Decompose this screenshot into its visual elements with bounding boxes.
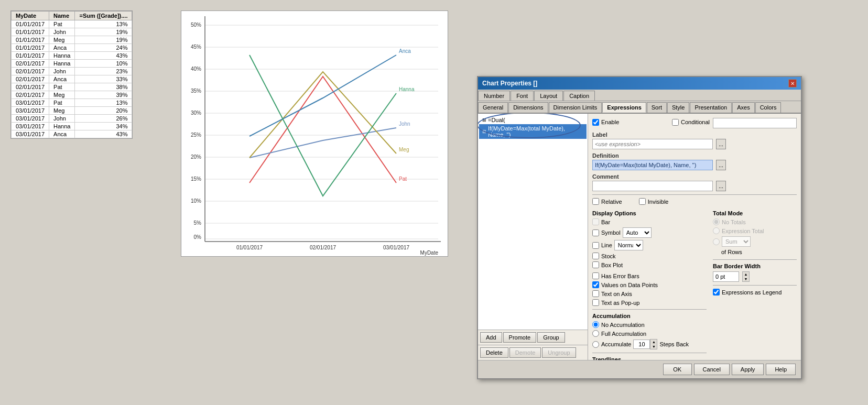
expression-total-radio[interactable] [713,227,720,234]
definition-input[interactable] [592,160,713,170]
steps-input[interactable] [633,340,650,349]
text-as-popup-checkbox[interactable] [592,299,599,306]
full-accumulation-radio[interactable] [592,330,599,337]
promote-button[interactable]: Promote [503,332,537,343]
cancel-button[interactable]: Cancel [694,364,730,375]
ungroup-button[interactable]: Ungroup [542,347,576,358]
symbol-select[interactable]: Auto [623,227,652,238]
demote-button[interactable]: Demote [509,347,541,358]
table-cell: 34% [75,123,132,130]
table-row: 03/01/2017Meg20% [12,107,132,115]
conditional-checkbox[interactable] [672,119,679,126]
table-row: 03/01/2017Anca43% [12,130,132,138]
enable-checkbox-row: Enable [592,119,619,126]
definition-btn[interactable]: ... [716,160,726,170]
comment-input[interactable] [592,181,713,191]
table-cell: 02/01/2017 [12,91,49,99]
tab-presentation[interactable]: Presentation [690,102,732,113]
text-as-popup-label: Text as Pop-up [601,300,639,306]
stock-label: Stock [601,253,616,259]
table-cell: 20% [75,107,132,115]
comment-btn[interactable]: ... [716,181,726,191]
svg-text:35%: 35% [191,88,201,94]
bar-border-width-title: Bar Border Width [713,263,797,269]
bar-border-down[interactable]: ▼ [743,277,749,281]
bar-checkbox-row: Bar [592,218,652,225]
line-select[interactable]: Normal [614,240,643,250]
text-on-axis-checkbox[interactable] [592,290,599,297]
error-bars-checkbox[interactable] [592,272,599,279]
expression-item-dual[interactable]: ⊞ =Dual( [479,116,587,124]
stock-checkbox[interactable] [592,253,599,259]
tab-caption[interactable]: Caption [563,91,595,101]
expressions-as-legend-checkbox[interactable] [713,289,720,295]
table-cell: Meg [49,107,75,115]
bar-border-width-input[interactable] [713,271,739,282]
bar-border-up[interactable]: ▲ [743,272,749,277]
delete-button[interactable]: Delete [480,347,508,358]
label-btn[interactable]: ... [716,139,726,149]
tab-axes[interactable]: Axes [732,102,754,113]
tab-font[interactable]: Font [511,91,534,101]
svg-text:Meg: Meg [399,147,409,152]
sum-select[interactable]: Sum [722,236,751,247]
box-plot-checkbox[interactable] [592,261,599,268]
help-button[interactable]: Help [766,364,796,375]
tab-style[interactable]: Style [667,102,689,113]
tab-dimension-limits[interactable]: Dimension Limits [549,102,602,113]
tab-colors[interactable]: Colors [755,102,782,113]
table-header: MyDate [12,12,49,20]
tab-dimensions[interactable]: Dimensions [508,102,548,113]
label-input[interactable] [592,139,713,149]
bar-border-arrows: ▲ ▼ [742,271,750,282]
group-button[interactable]: Group [537,332,565,343]
error-bars-label: Has Error Bars [601,273,639,279]
line-checkbox[interactable] [592,242,599,249]
enable-checkbox[interactable] [592,119,599,126]
table-cell: Pat [49,99,75,107]
invisible-checkbox[interactable] [639,198,646,205]
footer-buttons: OK Cancel Apply Help [663,364,796,375]
expand-icon-2: ⊞ [482,129,486,134]
bar-checkbox[interactable] [592,218,599,225]
expression-label-ifmydate: If(MyDate=Max(total MyDate), Name, '') [488,125,583,138]
table-cell: 39% [75,91,132,99]
tab-layout[interactable]: Layout [534,91,563,101]
no-accumulation-radio[interactable] [592,321,599,328]
of-rows-label: of Rows [721,249,797,255]
relative-checkbox[interactable] [592,198,599,205]
svg-text:40%: 40% [191,66,201,72]
tabs-row-2: General Dimensions Dimension Limits Expr… [478,101,801,114]
display-col-1: Bar Symbol Auto Line [592,218,652,270]
tabs-row-1: Number Font Layout Caption [478,90,801,101]
no-totals-row: No Totals [713,218,797,225]
symbol-checkbox[interactable] [592,229,599,236]
accumulate-radio[interactable] [592,341,599,348]
values-on-data-points-checkbox[interactable] [592,281,599,288]
table-cell: Meg [49,36,75,44]
apply-button[interactable]: Apply [732,364,764,375]
conditional-input[interactable] [713,118,797,128]
svg-text:30%: 30% [191,110,201,116]
expression-item-ifmydate[interactable]: ⊞ If(MyDate=Max(total MyDate), Name, '') [479,124,587,139]
invisible-checkbox-row: Invisible [639,198,669,205]
steps-down-button[interactable]: ▼ [650,344,657,349]
ok-button[interactable]: OK [663,364,692,375]
table-row: 02/01/2017Anca33% [12,75,132,83]
tab-general[interactable]: General [478,102,508,113]
tab-number[interactable]: Number [478,91,510,101]
table-row: 01/01/2017John19% [12,28,132,36]
steps-up-button[interactable]: ▲ [650,340,657,344]
no-totals-radio[interactable] [713,218,720,225]
chart-container: 50% 45% 40% 35% 30% 25% 20% 15% 10% 5% 0… [181,10,448,257]
sum-radio[interactable] [713,238,720,245]
add-button[interactable]: Add [480,332,502,343]
tab-sort[interactable]: Sort [647,102,667,113]
table-cell: 03/01/2017 [12,99,49,107]
table-cell: Hanna [49,52,75,60]
svg-text:45%: 45% [191,44,201,50]
dialog-close-button[interactable]: ✕ [788,79,797,87]
svg-text:MyDate: MyDate [420,250,439,256]
tab-expressions[interactable]: Expressions [602,102,646,113]
text-on-axis-label: Text on Axis [601,291,632,297]
